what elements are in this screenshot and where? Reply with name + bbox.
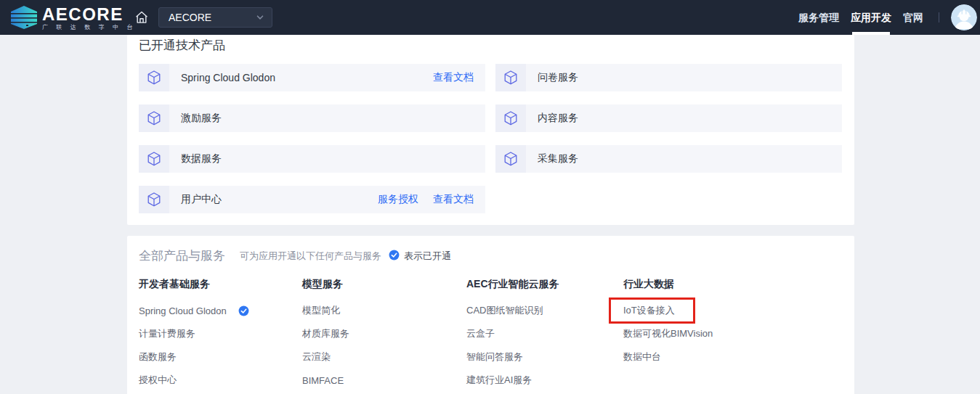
service-item-label: Spring Cloud Glodon [139,305,227,316]
check-circle-icon [389,250,400,263]
service-item-cloud-rendering[interactable]: 云渲染 [302,351,466,363]
service-item-label: 云渲染 [302,350,331,364]
aecore-logo[interactable]: AECORE 广 联 达 数 字 中 台 [9,5,136,33]
top-navbar: AECORE 广 联 达 数 字 中 台 AECORE 服务管理 应用开发 官网 [0,0,980,35]
product-name: 采集服务 [538,152,578,165]
view-docs-link[interactable]: 查看文档 [433,71,474,84]
nav-item-app-development[interactable]: 应用开发 [851,0,891,35]
service-item-label: BIMFACE [302,375,344,386]
all-products-title: 全部产品与服务 [139,249,225,263]
nav-item-service-management[interactable]: 服务管理 [798,0,839,35]
opened-products-title: 已开通技术产品 [139,38,843,53]
product-row-data-service: 数据服务 [139,145,485,173]
service-authorization-link[interactable]: 服务授权 [378,193,418,206]
product-name: 激励服务 [181,112,222,125]
product-name: 内容服务 [538,112,578,125]
app-development-page: { "navbar": { "logo": { "title": "AECORE… [0,0,980,394]
all-products-card: 全部产品与服务 可为应用开通以下任何产品与服务 表示已开通 开发者基础服务 Sp… [127,236,854,394]
product-row-spring-cloud-glodon: Spring Cloud Glodon 查看文档 [139,64,485,91]
logo-subtitle: 广 联 达 数 字 中 台 [42,23,136,31]
product-name: 用户中心 [181,193,222,206]
service-item-function-service[interactable]: 函数服务 [139,351,302,363]
product-row-incentive-service: 激励服务 [139,104,485,132]
product-name: 数据服务 [181,152,222,165]
service-item-bimface[interactable]: BIMFACE [302,374,466,386]
check-circle-icon [238,305,249,316]
column-header: 行业大数据 [623,278,843,290]
product-row-questionnaire-service: 问卷服务 [495,64,842,91]
service-item-spring-cloud-glodon[interactable]: Spring Cloud Glodon [139,305,302,316]
user-helmet-avatar[interactable] [951,4,977,30]
service-item-label: 模型简化 [302,304,340,317]
all-products-header: 全部产品与服务 可为应用开通以下任何产品与服务 表示已开通 [139,249,843,263]
opened-products-grid: Spring Cloud Glodon 查看文档 问卷服务 [139,64,843,213]
service-item-smart-qa[interactable]: 智能问答服务 [466,351,623,363]
service-item-cad-recognition[interactable]: CAD图纸智能识别 [466,305,623,316]
service-item-label: 云盒子 [466,327,495,340]
service-item-model-simplification[interactable]: 模型简化 [302,305,466,316]
logo-title: AECORE [42,7,136,22]
product-name: Spring Cloud Glodon [181,72,275,83]
service-item-label: 建筑行业AI服务 [466,374,532,387]
cube-icon [139,186,169,213]
nav-divider [939,12,939,22]
product-row-content-service: 内容服务 [495,104,842,132]
service-item-label: IoT设备接入 [623,304,675,317]
home-icon[interactable] [134,9,150,25]
service-item-data-visualization-bimvision[interactable]: 数据可视化BIMVision [623,328,843,340]
opened-products-card: 已开通技术产品 Spring Cloud Glodon 查看文档 [127,35,854,225]
cube-icon [495,64,526,91]
app-selector-value: AECORE [169,12,211,23]
service-item-metering-billing[interactable]: 计量计费服务 [139,328,302,340]
service-item-label: 计量计费服务 [139,327,195,340]
navbar-right: 服务管理 应用开发 官网 [793,0,980,35]
opened-legend: 表示已开通 [389,250,451,263]
column-header: 开发者基础服务 [139,278,302,290]
cube-icon [139,145,169,173]
service-item-authorization-center[interactable]: 授权中心 [139,374,302,386]
service-item-material-library[interactable]: 材质库服务 [302,328,466,340]
product-row-collection-service: 采集服务 [495,145,842,173]
app-selector-dropdown[interactable]: AECORE [158,7,272,28]
service-item-cloud-box[interactable]: 云盒子 [466,328,623,340]
cube-icon [139,104,169,132]
service-item-label: 授权中心 [139,374,177,387]
service-item-label: 函数服务 [139,350,177,364]
column-industry-big-data: 行业大数据 IoT设备接入 数据可视化BIMVision 数据中台 [623,278,843,394]
nav-item-official-site[interactable]: 官网 [903,0,923,35]
cube-icon [495,145,526,173]
service-item-label: 智能问答服务 [466,350,523,364]
chevron-down-icon [256,13,264,22]
column-header: 模型服务 [302,278,466,290]
service-item-construction-ai[interactable]: 建筑行业AI服务 [466,374,623,386]
service-item-data-middle-platform[interactable]: 数据中台 [623,351,843,363]
column-developer-basic-services: 开发者基础服务 Spring Cloud Glodon 计量计费服务 函数服务 [139,278,302,394]
cube-icon [139,64,169,91]
view-docs-link[interactable]: 查看文档 [433,193,474,206]
service-item-iot-device-access[interactable]: IoT设备接入 [623,305,843,316]
column-header: AEC行业智能云服务 [466,278,623,290]
product-name: 问卷服务 [538,71,578,84]
opened-legend-label: 表示已开通 [404,250,451,263]
service-item-label: 数据可视化BIMVision [623,327,713,340]
service-item-label: CAD图纸智能识别 [466,304,543,317]
service-item-label: 材质库服务 [302,327,349,340]
service-columns: 开发者基础服务 Spring Cloud Glodon 计量计费服务 函数服务 [139,278,843,394]
all-products-subtitle: 可为应用开通以下任何产品与服务 [240,250,381,263]
column-aec-cloud-services: AEC行业智能云服务 CAD图纸智能识别 云盒子 智能问答服务 建筑行业AI服务 [466,278,623,394]
product-row-user-center: 用户中心 服务授权 查看文档 [139,186,485,213]
column-model-services: 模型服务 模型简化 材质库服务 云渲染 BIMFACE [302,278,466,394]
aecore-logo-icon [9,5,39,33]
service-item-label: 数据中台 [623,350,661,364]
cube-icon [495,104,526,132]
